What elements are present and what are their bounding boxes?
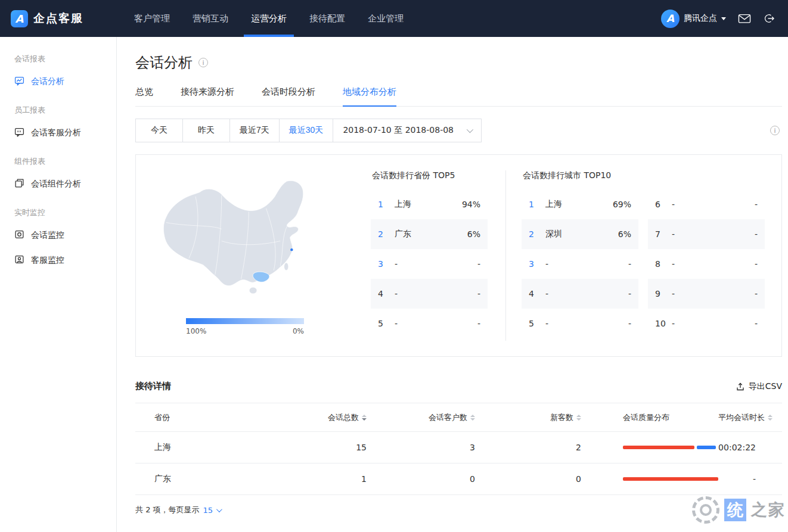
rank-value: -	[477, 319, 480, 328]
map-shanghai-dot	[290, 248, 293, 251]
nav-label: 企业管理	[368, 13, 404, 24]
mail-icon[interactable]	[738, 13, 751, 24]
filter-last7days-button[interactable]: 最近7天	[229, 119, 280, 142]
tab-session-time[interactable]: 会话时段分析	[262, 86, 315, 106]
rank-name: -	[395, 259, 477, 269]
city-ranking-title: 会话数排行城市 TOP10	[522, 170, 771, 181]
city-ranking: 会话数排行城市 TOP10 1 上海 69% 2 深圳 6%	[522, 170, 771, 341]
page-title: 会话分析	[135, 53, 193, 72]
province-ranking: 会话数排行省份 TOP5 1 上海 94% 2 广东 6% 3 - -	[371, 170, 488, 341]
map-country-shape	[163, 181, 303, 285]
nav-label: 客户管理	[134, 13, 170, 24]
rank-number: 2	[378, 229, 395, 239]
sidebar-item-agent-session-analysis[interactable]: 会话客服分析	[0, 120, 116, 145]
chevron-down-icon	[721, 17, 726, 20]
tab-label: 地域分布分析	[343, 86, 396, 97]
export-csv-button[interactable]: 导出CSV	[736, 381, 782, 392]
sidebar-item-session-analysis[interactable]: 会话分析	[0, 69, 116, 94]
rank-row: 1 上海 69%	[522, 189, 638, 219]
rank-number: 4	[378, 289, 395, 298]
col-header-session-total[interactable]: 会话总数	[271, 403, 367, 432]
tab-label: 总览	[135, 86, 153, 97]
rank-row: 10 - -	[648, 309, 765, 338]
rank-name: -	[672, 289, 755, 298]
rank-value: -	[755, 289, 758, 298]
nav-label: 运营分析	[251, 13, 287, 24]
cell-quality	[581, 463, 718, 495]
rank-number: 2	[529, 229, 545, 239]
agent-monitor-icon	[14, 254, 24, 266]
topbar: A 企点客服 客户管理 营销互动 运营分析 接待配置 企业管理 A 腾讯企点	[0, 0, 788, 37]
rank-value: -	[477, 259, 480, 269]
nav-item-enterprise-management[interactable]: 企业管理	[361, 0, 411, 37]
sidebar: 会话报表 会话分析 员工报表	[0, 37, 117, 532]
tab-reception-source[interactable]: 接待来源分析	[181, 86, 234, 106]
sidebar-item-agent-monitoring[interactable]: 客服监控	[0, 248, 116, 273]
logout-icon[interactable]	[763, 13, 775, 24]
rank-row: 6 - -	[648, 189, 765, 219]
rank-row: 2 广东 6%	[371, 219, 488, 249]
export-csv-label: 导出CSV	[749, 381, 782, 392]
rank-row: 3 - -	[371, 249, 488, 279]
sidebar-item-label: 会话组件分析	[31, 179, 81, 189]
info-icon[interactable]: i	[770, 126, 780, 135]
nav-item-reception-config[interactable]: 接待配置	[302, 0, 352, 37]
info-icon[interactable]: i	[198, 58, 208, 67]
sort-icon[interactable]	[768, 415, 773, 421]
map-legend: 100% 0%	[186, 318, 304, 335]
rank-name: -	[395, 289, 477, 298]
top-nav: 客户管理 营销互动 运营分析 接待配置 企业管理	[123, 0, 415, 37]
app-logo-icon: A	[11, 10, 28, 27]
rank-row: 3 - -	[522, 249, 638, 279]
per-page-select[interactable]: 15	[203, 506, 221, 515]
rank-name: -	[395, 319, 477, 328]
nav-label: 营销互动	[193, 13, 228, 24]
app-logo-text: 企点客服	[33, 11, 83, 26]
pagination-total: 共 2 项	[135, 505, 161, 515]
nav-item-marketing[interactable]: 营销互动	[185, 0, 235, 37]
rank-row: 4 - -	[371, 279, 488, 309]
cell-avg-duration: 00:02:22	[718, 432, 782, 463]
sort-icon[interactable]	[470, 415, 475, 421]
quality-bar	[623, 477, 718, 481]
rank-row: 8 - -	[648, 249, 765, 279]
rank-number: 10	[655, 319, 672, 328]
rank-number: 8	[655, 259, 672, 269]
nav-item-customer-management[interactable]: 客户管理	[127, 0, 177, 37]
sidebar-item-session-monitoring[interactable]: 会话监控	[0, 223, 116, 248]
tab-label: 会话时段分析	[262, 86, 315, 97]
tab-region-distribution[interactable]: 地域分布分析	[343, 86, 396, 106]
rank-row: 9 - -	[648, 279, 765, 309]
cell-session-total: 15	[271, 432, 367, 463]
tab-overview[interactable]: 总览	[135, 86, 153, 106]
rank-name: -	[545, 289, 628, 298]
filter-last30days-button[interactable]: 最近30天	[279, 119, 334, 142]
sidebar-section-session-reports: 会话报表	[0, 43, 116, 69]
col-header-session-customers[interactable]: 会话客户数	[367, 403, 475, 432]
filter-yesterday-button[interactable]: 昨天	[182, 119, 230, 142]
map-hainan-island	[249, 287, 257, 294]
pagination-per-page-label: ，每页显示	[161, 505, 200, 515]
legend-min-label: 0%	[293, 327, 304, 335]
app-logo[interactable]: A 企点客服	[11, 10, 111, 27]
col-header-avg-duration[interactable]: 平均会话时长	[718, 403, 782, 432]
rank-row: 5 - -	[371, 309, 488, 338]
rank-number: 7	[655, 229, 672, 239]
col-header-new-customers[interactable]: 新客数	[475, 403, 581, 432]
sidebar-item-label: 会话分析	[31, 76, 64, 87]
sort-icon[interactable]	[362, 415, 367, 421]
agent-chat-icon	[14, 127, 24, 139]
date-range-picker[interactable]: 2018-07-10 至 2018-08-08	[333, 119, 482, 142]
account-name: 腾讯企点	[684, 13, 717, 24]
nav-item-operations-analysis[interactable]: 运营分析	[244, 0, 294, 37]
date-range-buttons: 今天 昨天 最近7天 最近30天 2018-07-10 至 2018-08-08	[135, 119, 482, 142]
rank-value: 6%	[467, 229, 480, 239]
filter-today-button[interactable]: 今天	[135, 119, 183, 142]
cell-session-total: 1	[271, 463, 367, 495]
sidebar-item-component-session-analysis[interactable]: 会话组件分析	[0, 172, 116, 197]
topbar-right: A 腾讯企点	[661, 10, 775, 28]
account-menu[interactable]: A 腾讯企点	[661, 10, 726, 28]
rank-value: -	[628, 319, 631, 328]
sort-icon[interactable]	[576, 415, 581, 421]
china-map-svg[interactable]	[151, 170, 337, 306]
